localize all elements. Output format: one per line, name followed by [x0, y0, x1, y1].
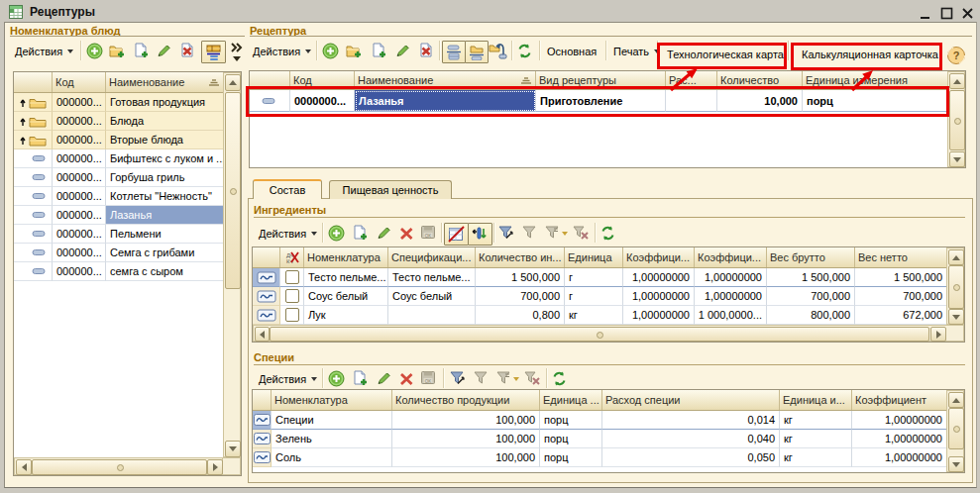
tree-row[interactable]: 000000... Горбуша гриль	[14, 168, 223, 187]
close-button[interactable]	[958, 4, 976, 22]
scroll-thumb[interactable]	[32, 459, 207, 475]
header-ras[interactable]: Рас...	[666, 71, 717, 89]
delete-icon[interactable]	[179, 43, 196, 59]
tree-row-name[interactable]: Котлеты "Нежность"	[106, 187, 223, 206]
tree-vscrollbar[interactable]	[223, 72, 241, 457]
add-group-icon[interactable]	[346, 43, 363, 59]
spice-qty[interactable]: 100,000	[392, 448, 540, 467]
scroll-thumb[interactable]	[225, 92, 241, 289]
filter-settings-icon[interactable]	[449, 370, 466, 387]
ingredient-name[interactable]: Тесто пельме...	[304, 268, 388, 287]
tech-card-button[interactable]: Технологическая карта	[662, 45, 789, 63]
ingredient-k2[interactable]: 1,00000000	[695, 268, 767, 287]
header-name[interactable]: Номенклатура	[304, 247, 388, 267]
header-marker-column[interactable]	[14, 72, 53, 92]
header-consumption[interactable]: Расход специи	[602, 390, 780, 410]
tree-row-code[interactable]: 000000...	[53, 131, 106, 149]
copy-icon[interactable]	[133, 43, 150, 59]
ingredient-row-current[interactable]: Тесто пельме... Тесто пельме... 1 500,00…	[253, 268, 946, 287]
autofit-columns-toggle[interactable]	[468, 223, 492, 246]
spice-consumption[interactable]: 0,050	[602, 448, 780, 467]
delete-icon[interactable]	[418, 43, 435, 59]
copy-icon[interactable]	[352, 225, 369, 242]
header-unit[interactable]: Единица	[565, 247, 623, 267]
ingredient-qty[interactable]: 700,000	[476, 287, 565, 306]
help-button[interactable]: ?	[946, 46, 966, 65]
ingredient-k1[interactable]: 1,00000000	[623, 306, 695, 325]
header-flag-column[interactable]: ДчКч	[280, 247, 304, 267]
ingredient-net[interactable]: 672,000	[855, 306, 946, 325]
ingredient-gross[interactable]: 800,000	[767, 306, 855, 325]
clear-filter-icon-disabled[interactable]	[524, 370, 541, 387]
ingredients-hscrollbar[interactable]	[253, 325, 964, 342]
row-checkbox[interactable]	[280, 306, 304, 325]
header-spec[interactable]: Спецификаци...	[388, 247, 476, 267]
delete-row-icon[interactable]	[398, 225, 415, 242]
ingredient-qty[interactable]: 1 500,000	[476, 268, 565, 287]
tree-row[interactable]: 000000... Вторые блюда	[14, 131, 223, 149]
header-qty[interactable]: Количество ин...	[476, 247, 565, 267]
tree-row-name[interactable]: Готовая продукция	[106, 93, 223, 112]
header-k2[interactable]: Коэффици...	[695, 247, 767, 267]
recipe-row-code[interactable]: 0000000...	[290, 90, 355, 112]
add-icon[interactable]	[328, 370, 345, 387]
header-k1[interactable]: Коэффици...	[623, 247, 695, 267]
maximize-button[interactable]	[937, 4, 955, 22]
tree-row-name[interactable]: семга с сыром	[106, 262, 223, 281]
ingredient-qty[interactable]: 0,800	[476, 306, 565, 325]
tree-row-name[interactable]: Горбуша гриль	[106, 168, 223, 187]
spice-qty[interactable]: 100,000	[392, 411, 540, 430]
ingredient-row[interactable]: Лук 0,800 кг 1,00000000 1 000,0000... 80…	[253, 306, 946, 325]
ingredient-spec[interactable]	[388, 306, 476, 325]
recipe-actions-button[interactable]: Действия	[249, 42, 315, 60]
ingredient-unit[interactable]: г	[565, 268, 623, 287]
header-code[interactable]: Код	[53, 72, 106, 92]
tree-row-code[interactable]: 000000...	[53, 112, 106, 131]
tree-row-code[interactable]: 000000...	[53, 149, 106, 168]
ingredients-vscrollbar[interactable]	[946, 247, 964, 325]
ingredient-k1[interactable]: 1,00000000	[623, 268, 695, 287]
spices-vscrollbar[interactable]	[946, 390, 964, 472]
scroll-thumb[interactable]	[948, 408, 964, 449]
ingredient-spec[interactable]: Соус белый	[388, 287, 476, 306]
row-checkbox[interactable]	[280, 268, 304, 287]
tree-row-name[interactable]: Бифштекс с луком и ...	[106, 149, 223, 168]
tree-row-code[interactable]: 000000...	[53, 244, 106, 262]
ingredient-gross[interactable]: 700,000	[767, 287, 855, 306]
ingredient-spec[interactable]: Тесто пельме...	[388, 268, 476, 287]
scroll-up-button[interactable]	[949, 73, 965, 89]
tree-row[interactable]: 000000... Котлеты "Нежность"	[14, 187, 223, 206]
tree-row-name[interactable]: Пельмени	[106, 225, 223, 244]
tree-row-code[interactable]: 000000...	[53, 168, 106, 187]
tree-row-code[interactable]: 000000...	[53, 206, 106, 225]
header-coef[interactable]: Коэффициент	[852, 390, 946, 410]
scroll-up-button[interactable]	[948, 249, 964, 265]
header-marker-column[interactable]	[253, 247, 280, 267]
show-flagged-toggle[interactable]	[444, 223, 469, 246]
header-unit[interactable]: Единица ...	[540, 390, 602, 410]
scroll-right-button[interactable]	[930, 327, 946, 342]
scroll-thumb[interactable]	[270, 327, 929, 342]
ingredient-net[interactable]: 700,000	[855, 287, 946, 306]
delete-row-icon[interactable]	[398, 370, 415, 387]
filter-history-icon[interactable]	[495, 370, 521, 387]
spice-qty[interactable]: 100,000	[392, 430, 540, 448]
refresh-icon[interactable]	[516, 43, 533, 59]
scroll-down-button[interactable]	[225, 441, 241, 457]
recipe-row-unit[interactable]: порц	[803, 90, 947, 112]
ingredient-name[interactable]: Соус белый	[304, 287, 388, 306]
spice-consumption[interactable]: 0,014	[602, 411, 780, 430]
recipe-row-kind[interactable]: Приготовление	[536, 90, 666, 112]
ingredient-k2[interactable]: 1,00000000	[695, 287, 767, 306]
add-icon[interactable]	[322, 43, 339, 59]
header-kind[interactable]: Вид рецептуры	[536, 71, 666, 89]
filter-icon-disabled[interactable]	[473, 370, 490, 387]
calc-card-button[interactable]: Калькуляционная карточка	[795, 45, 945, 63]
scroll-down-button[interactable]	[948, 456, 964, 472]
ingredient-net[interactable]: 1 500,000	[855, 268, 946, 287]
spice-unit[interactable]: порц	[540, 411, 602, 430]
recipe-vscrollbar[interactable]	[947, 71, 965, 167]
spice-coef[interactable]: 1,00000000	[852, 411, 946, 430]
header-name[interactable]: Наименование	[106, 72, 223, 92]
header-qty[interactable]: Количество продукции	[392, 390, 540, 410]
